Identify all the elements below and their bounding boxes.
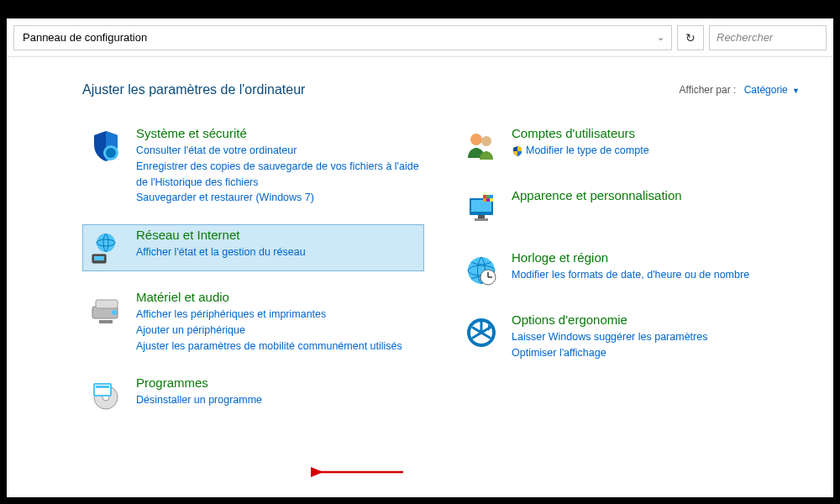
category-title[interactable]: Système et sécurité: [136, 126, 421, 140]
category-link[interactable]: Enregistrer des copies de sauvegarde de …: [136, 159, 421, 191]
svg-rect-5: [94, 256, 104, 260]
svg-rect-23: [483, 198, 486, 202]
category-ease[interactable]: Options d'ergonomieLaisser Windows suggé…: [458, 309, 800, 365]
programs-icon: [86, 375, 126, 416]
svg-rect-13: [96, 386, 109, 388]
network-icon: [86, 228, 126, 268]
category-title[interactable]: Comptes d'utilisateurs: [512, 126, 796, 140]
clock-icon: [461, 250, 501, 291]
header-row: Ajuster les paramètres de l'ordinateur A…: [82, 82, 800, 97]
category-network[interactable]: Réseau et InternetAfficher l'état et la …: [82, 224, 424, 271]
category-appearance[interactable]: Apparence et personnalisation: [458, 185, 800, 232]
view-by-label: Afficher par :: [680, 84, 737, 96]
svg-point-1: [106, 148, 116, 158]
category-title[interactable]: Horloge et région: [512, 250, 796, 265]
category-body: Horloge et régionModifier les formats de…: [512, 250, 796, 291]
shield-icon: [86, 126, 126, 166]
svg-rect-25: [490, 198, 493, 202]
category-link[interactable]: Afficher l'état et la gestion du réseau: [136, 244, 421, 260]
window-frame: Panneau de configuration ⌄ ↻ Rechercher …: [7, 18, 833, 497]
refresh-icon: ↻: [685, 31, 696, 45]
category-body: Apparence et personnalisation: [512, 188, 796, 228]
chevron-down-icon: ▼: [792, 87, 800, 95]
category-hardware[interactable]: Matériel et audioAfficher les périphériq…: [82, 286, 424, 357]
category-body: Réseau et InternetAfficher l'état et la …: [136, 228, 421, 268]
category-body: ProgrammesDésinstaller un programme: [136, 375, 421, 416]
svg-rect-20: [483, 195, 486, 198]
svg-rect-22: [490, 195, 493, 198]
category-body: Options d'ergonomieLaisser Windows suggé…: [512, 312, 796, 361]
chevron-down-icon[interactable]: ⌄: [657, 32, 664, 43]
category-body: Système et sécuritéConsulter l'état de v…: [136, 126, 421, 206]
category-link[interactable]: Modifier le type de compte: [512, 143, 796, 159]
svg-point-2: [97, 234, 115, 252]
view-by-value: Catégorie: [744, 84, 788, 96]
view-by[interactable]: Afficher par : Catégorie ▼: [680, 84, 800, 96]
svg-rect-9: [99, 320, 113, 323]
svg-rect-21: [486, 195, 490, 198]
svg-point-15: [481, 136, 491, 146]
breadcrumb-text: Panneau de configuration: [23, 31, 147, 44]
svg-rect-24: [486, 198, 490, 202]
breadcrumb[interactable]: Panneau de configuration ⌄: [13, 25, 672, 50]
category-link[interactable]: Ajuster les paramètres de mobilité commu…: [136, 339, 421, 354]
right-column: Comptes d'utilisateursModifier le type d…: [458, 123, 800, 434]
category-body: Matériel et audioAfficher les périphériq…: [136, 290, 421, 354]
category-link[interactable]: Afficher les périphériques et imprimante…: [136, 307, 421, 323]
refresh-button[interactable]: ↻: [677, 25, 704, 50]
category-link[interactable]: Désinstaller un programme: [136, 392, 421, 408]
category-title[interactable]: Options d'ergonomie: [512, 312, 796, 327]
page-title: Ajuster les paramètres de l'ordinateur: [82, 82, 305, 97]
category-link[interactable]: Sauvegarder et restaurer (Windows 7): [136, 190, 421, 206]
category-title[interactable]: Réseau et Internet: [136, 228, 421, 242]
category-link[interactable]: Consulter l'état de votre ordinateur: [136, 143, 421, 159]
category-link[interactable]: Ajouter un périphérique: [136, 323, 421, 339]
category-link[interactable]: Laisser Windows suggérer les paramètres: [512, 329, 796, 345]
red-arrow-annotation: [311, 464, 412, 480]
category-body: Comptes d'utilisateursModifier le type d…: [512, 126, 796, 166]
category-link[interactable]: Optimiser l'affichage: [512, 345, 796, 361]
svg-point-8: [112, 310, 117, 315]
content-area: Ajuster les paramètres de l'ordinateur A…: [7, 57, 833, 451]
svg-point-14: [470, 134, 482, 145]
category-title[interactable]: Matériel et audio: [136, 290, 421, 304]
svg-rect-17: [471, 200, 491, 212]
toolbar: Panneau de configuration ⌄ ↻ Rechercher: [7, 18, 833, 57]
search-placeholder: Rechercher: [717, 31, 773, 44]
category-programs[interactable]: ProgrammesDésinstaller un programme: [82, 372, 424, 419]
svg-rect-19: [475, 218, 488, 221]
category-columns: Système et sécuritéConsulter l'état de v…: [82, 123, 800, 434]
category-users[interactable]: Comptes d'utilisateursModifier le type d…: [458, 123, 800, 170]
category-shield[interactable]: Système et sécuritéConsulter l'état de v…: [82, 123, 424, 209]
svg-rect-18: [478, 215, 485, 218]
users-icon: [461, 126, 501, 166]
appearance-icon: [461, 188, 501, 228]
search-input[interactable]: Rechercher: [709, 25, 827, 50]
svg-rect-7: [96, 300, 118, 308]
category-link[interactable]: Modifier les formats de date, d'heure ou…: [512, 267, 796, 283]
category-title[interactable]: Apparence et personnalisation: [512, 188, 796, 202]
ease-icon: [461, 312, 501, 353]
hardware-icon: [86, 290, 126, 330]
category-clock[interactable]: Horloge et régionModifier les formats de…: [458, 247, 800, 294]
left-column: Système et sécuritéConsulter l'état de v…: [82, 123, 424, 434]
category-title[interactable]: Programmes: [136, 375, 421, 390]
